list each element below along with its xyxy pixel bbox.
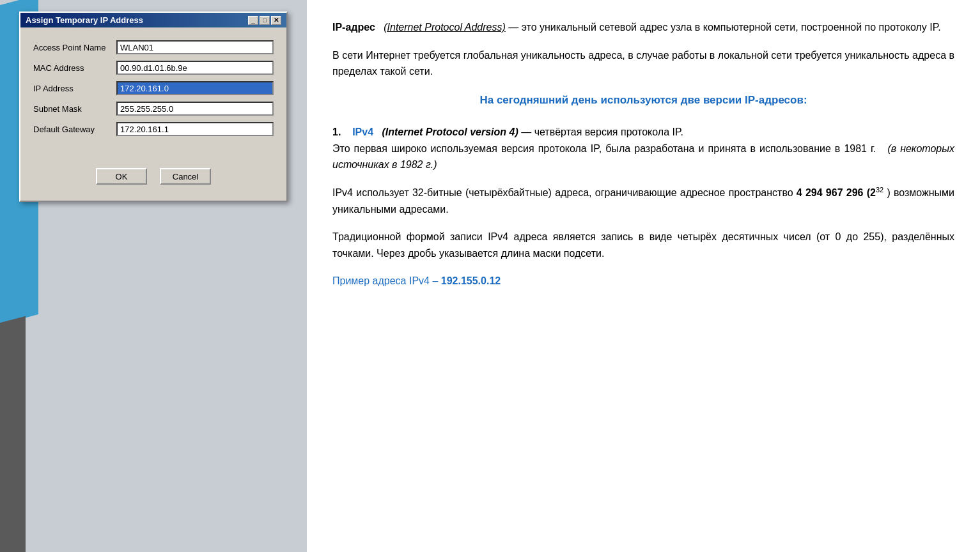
intro-italic: (Internet Protocol Address) bbox=[384, 22, 506, 33]
dialog-titlebar: Assign Temporary IP Address _ □ ✕ bbox=[20, 13, 286, 27]
dialog-buttons: OK Cancel bbox=[33, 168, 274, 191]
default-gateway-label: Default Gateway bbox=[33, 125, 116, 134]
ok-button[interactable]: OK bbox=[96, 168, 147, 185]
section1-para: Это первая широко используемая версия пр… bbox=[332, 143, 876, 154]
intro-bold: IP-адрес bbox=[332, 22, 375, 33]
content-area: IP-адрес (Internet Protocol Address) — э… bbox=[307, 0, 980, 552]
paragraph3: Традиционной формой записи IPv4 адреса я… bbox=[332, 229, 954, 261]
ip-address-input[interactable] bbox=[116, 81, 274, 95]
ip-address-row: IP Address bbox=[33, 81, 274, 95]
dialog-title: Assign Temporary IP Address bbox=[26, 15, 143, 25]
section1-num: 1. bbox=[332, 126, 341, 137]
assign-ip-dialog: Assign Temporary IP Address _ □ ✕ Access… bbox=[19, 12, 288, 202]
default-gateway-input[interactable] bbox=[116, 122, 274, 136]
highlight-heading: На сегодняшний день используются две вер… bbox=[332, 91, 954, 109]
access-point-name-input[interactable] bbox=[116, 40, 274, 54]
cancel-button[interactable]: Cancel bbox=[160, 168, 211, 185]
paragraph1: В сети Интернет требуется глобальная уни… bbox=[332, 47, 954, 80]
stripe-dark-1 bbox=[0, 316, 26, 552]
paragraph2-start: IPv4 использует 32-битные (четырёхбайтны… bbox=[332, 187, 797, 198]
access-point-name-label: Access Point Name bbox=[33, 43, 116, 52]
dialog-spacer bbox=[33, 142, 274, 155]
intro-dash: — это уникальный сетевой адрес узла в ко… bbox=[508, 22, 940, 33]
default-gateway-row: Default Gateway bbox=[33, 122, 274, 136]
left-panel: Assign Temporary IP Address _ □ ✕ Access… bbox=[0, 0, 307, 552]
mac-address-row: MAC Address bbox=[33, 61, 274, 75]
subnet-mask-row: Subnet Mask bbox=[33, 102, 274, 116]
paragraph2-sup: 32 bbox=[876, 186, 883, 194]
intro-paragraph: IP-адрес (Internet Protocol Address) — э… bbox=[332, 19, 954, 36]
mac-address-input[interactable] bbox=[116, 61, 274, 75]
dialog-spacer2 bbox=[33, 155, 274, 168]
paragraph2: IPv4 использует 32-битные (четырёхбайтны… bbox=[332, 185, 954, 218]
section1-paragraph: 1. IPv4 (Internet Protocol version 4) — … bbox=[332, 124, 954, 173]
subnet-mask-label: Subnet Mask bbox=[33, 104, 116, 114]
maximize-button[interactable]: □ bbox=[260, 16, 270, 25]
access-point-name-row: Access Point Name bbox=[33, 40, 274, 54]
subnet-mask-input[interactable] bbox=[116, 102, 274, 116]
example-paragraph: Пример адреса IPv4 – 192.155.0.12 bbox=[332, 273, 954, 289]
example-start: Пример адреса IPv4 – bbox=[332, 275, 441, 286]
section1-italic: (Internet Protocol version 4) bbox=[382, 126, 518, 137]
example-bold: 192.155.0.12 bbox=[441, 275, 501, 286]
mac-address-label: MAC Address bbox=[33, 63, 116, 73]
ip-address-label: IP Address bbox=[33, 84, 116, 93]
dialog-body: Access Point Name MAC Address IP Address… bbox=[20, 27, 286, 201]
minimize-button[interactable]: _ bbox=[248, 16, 258, 25]
section1-bold: IPv4 bbox=[352, 126, 373, 137]
paragraph2-bold: 4 294 967 296 (2 bbox=[797, 187, 876, 198]
titlebar-buttons: _ □ ✕ bbox=[248, 16, 281, 25]
close-button[interactable]: ✕ bbox=[271, 16, 281, 25]
section1-rest: — четвёртая версия протокола IP. bbox=[521, 126, 683, 137]
